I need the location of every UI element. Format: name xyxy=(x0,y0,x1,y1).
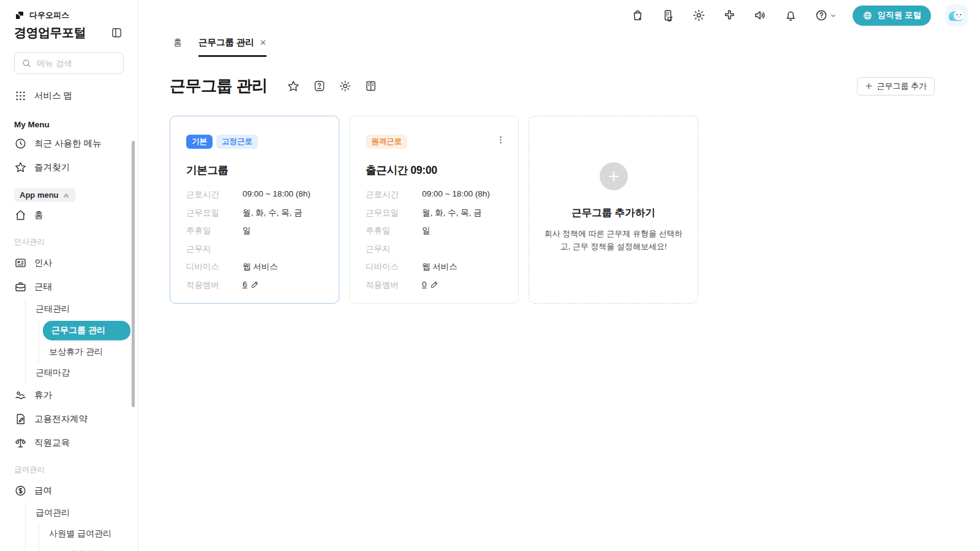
tab-home[interactable]: 홈 xyxy=(173,37,182,57)
app-menu-toggle[interactable]: App menu xyxy=(14,188,75,202)
card-title: 출근시간 09:00 xyxy=(366,163,502,178)
sidebar-item-recent-menu[interactable]: 최근 사용한 메뉴 xyxy=(0,132,138,156)
sidebar-item-salary-mgmt[interactable]: 급여관리 xyxy=(26,503,138,523)
help-circle-icon xyxy=(815,9,828,22)
page-title: 근무그룹 관리 xyxy=(170,75,268,97)
badge-default: 기본 xyxy=(186,135,213,149)
sidebar-item-work-group-active[interactable]: 근무그룹 관리 xyxy=(43,321,130,340)
salary-label: 급여 xyxy=(34,485,52,497)
favorite-page-button[interactable] xyxy=(285,78,301,94)
search-icon xyxy=(21,58,32,69)
my-menu-header: My Menu xyxy=(0,108,138,132)
speaker-icon xyxy=(753,9,767,22)
star-outline-icon xyxy=(287,80,300,93)
page-settings-button[interactable] xyxy=(337,78,353,94)
row-value: 일 xyxy=(422,225,431,236)
sidebar-item-geuntae-close[interactable]: 근태마감 xyxy=(26,362,138,383)
employee-portal-button[interactable]: 임직원 포털 xyxy=(853,6,931,26)
add-workgroup-card[interactable]: 근무그룹 추가하기 회사 정책에 따른 근무제 유형을 선택하고, 근무 정책을… xyxy=(529,116,698,304)
page-header: 근무그룹 관리 xyxy=(138,57,980,97)
settings-button[interactable] xyxy=(691,7,707,23)
bell-icon xyxy=(784,9,797,22)
sidebar: 다우오피스 경영업무포털 서비스 맵 My Menu xyxy=(0,0,138,551)
row-value: 웹 서비스 xyxy=(422,261,458,272)
card-menu-button[interactable] xyxy=(494,133,507,146)
add-card-title: 근무그룹 추가하기 xyxy=(571,206,655,220)
sidebar-item-home[interactable]: 홈 xyxy=(0,203,138,227)
page-manual-button[interactable] xyxy=(363,78,379,94)
sidebar-item-vacation[interactable]: 휴가 xyxy=(0,383,138,407)
integrations-button[interactable] xyxy=(722,7,737,23)
sidebar-item-comp-leave[interactable]: 보상휴가 관리 xyxy=(39,342,138,362)
add-card-description: 회사 정책에 따른 근무제 유형을 선택하고, 근무 정책을 설정해보세요! xyxy=(541,228,686,253)
sidebar-item-salary[interactable]: 급여 xyxy=(0,479,138,503)
scales-icon xyxy=(14,437,27,449)
tab-work-group-active[interactable]: 근무그룹 관리 xyxy=(198,37,266,57)
tab-bar: 홈 근무그룹 관리 xyxy=(138,27,980,57)
member-count-link[interactable]: 6 xyxy=(243,280,247,291)
edit-members-icon[interactable] xyxy=(430,280,439,291)
vacation-label: 휴가 xyxy=(34,389,52,401)
recent-menu-label: 최근 사용한 메뉴 xyxy=(34,138,102,149)
tab-work-group-label: 근무그룹 관리 xyxy=(198,37,254,48)
sidebar-item-service-map[interactable]: 서비스 맵 xyxy=(0,84,138,108)
brand-logo[interactable]: 다우오피스 xyxy=(0,10,138,21)
sidebar-scrollbar[interactable] xyxy=(132,141,135,407)
main-content: 임직원 포털 홈 근무그룹 관리 근무그룹 관리 xyxy=(138,0,980,551)
menu-search[interactable] xyxy=(14,52,124,74)
user-avatar[interactable] xyxy=(946,4,968,26)
badge-remote-work: 원격근로 xyxy=(366,135,407,149)
sidebar-item-geuntae[interactable]: 근태 xyxy=(0,275,138,299)
member-count-link[interactable]: 0 xyxy=(422,280,427,291)
help-menu-button[interactable] xyxy=(813,7,838,23)
topbar: 임직원 포털 xyxy=(138,0,980,27)
sidebar-item-education[interactable]: 직원교육 xyxy=(0,431,138,455)
announcements-button[interactable] xyxy=(752,7,768,23)
grid-dots-icon xyxy=(14,89,27,102)
add-workgroup-button[interactable]: 근무그룹 추가 xyxy=(857,77,935,96)
sidebar-item-employee-salary[interactable]: 사원별 급여관리 xyxy=(39,523,138,544)
connector-icon xyxy=(723,9,736,22)
tab-close-icon[interactable] xyxy=(260,39,266,46)
company-name: 다우오피스 xyxy=(29,10,69,21)
edit-members-icon[interactable] xyxy=(251,280,260,291)
menu-search-input[interactable] xyxy=(37,59,116,68)
home-icon xyxy=(14,209,27,222)
app-market-button[interactable] xyxy=(630,7,646,23)
row-label: 근무지 xyxy=(366,244,422,255)
workgroup-card-remote[interactable]: 원격근로 출근시간 09:00 근로시간09:00 ~ 18:00 (8h) 근… xyxy=(349,116,519,304)
sidebar-item-e-contract[interactable]: 고용전자계약 xyxy=(0,407,138,431)
salary-mgmt-subtree: 사원별 급여관리 근로시간관리 급여대장(작성) xyxy=(39,523,138,551)
add-workgroup-label: 근무그룹 추가 xyxy=(876,81,927,92)
workgroup-card-default[interactable]: 기본 고정근로 기본그룹 근로시간09:00 ~ 18:00 (8h) 근무요일… xyxy=(170,116,339,304)
sidebar-item-work-time[interactable]: 근로시간관리 xyxy=(39,544,138,551)
row-label: 주휴일 xyxy=(366,225,422,236)
star-icon xyxy=(14,161,27,174)
row-value: 웹 서비스 xyxy=(243,261,278,272)
service-map-label: 서비스 맵 xyxy=(34,90,72,102)
favorites-label: 즐겨찾기 xyxy=(34,162,70,173)
globe-icon xyxy=(862,10,873,21)
app-window: 다우오피스 경영업무포털 서비스 맵 My Menu xyxy=(0,0,980,551)
page-help-button[interactable] xyxy=(312,78,327,94)
chevron-down-icon xyxy=(830,12,837,19)
row-label: 주휴일 xyxy=(186,225,243,236)
row-label: 근무지 xyxy=(186,244,243,255)
row-value: 일 xyxy=(243,225,251,236)
sidebar-collapse-button[interactable] xyxy=(110,26,124,40)
row-label: 근로시간 xyxy=(186,189,243,200)
badge-fixed-work: 고정근로 xyxy=(216,135,258,149)
company-switch-button[interactable] xyxy=(660,7,676,23)
sidebar-item-insa[interactable]: 인사 xyxy=(0,251,138,275)
row-value: 09:00 ~ 18:00 (8h) xyxy=(243,189,311,200)
workgroup-cards: 기본 고정근로 기본그룹 근로시간09:00 ~ 18:00 (8h) 근무요일… xyxy=(138,97,980,304)
vacation-icon xyxy=(14,389,27,402)
card-title: 기본그룹 xyxy=(186,163,323,178)
notifications-button[interactable] xyxy=(783,7,799,23)
sidebar-item-geuntae-mgmt[interactable]: 근태관리 xyxy=(26,299,138,320)
row-value: 월, 화, 수, 목, 금 xyxy=(243,208,303,219)
education-label: 직원교육 xyxy=(34,437,70,449)
sidebar-item-favorites[interactable]: 즐겨찾기 xyxy=(0,156,138,179)
hr-section-header: 인사관리 xyxy=(0,227,138,251)
salary-subtree: 급여관리 사원별 급여관리 근로시간관리 급여대장(작성) xyxy=(25,503,138,551)
